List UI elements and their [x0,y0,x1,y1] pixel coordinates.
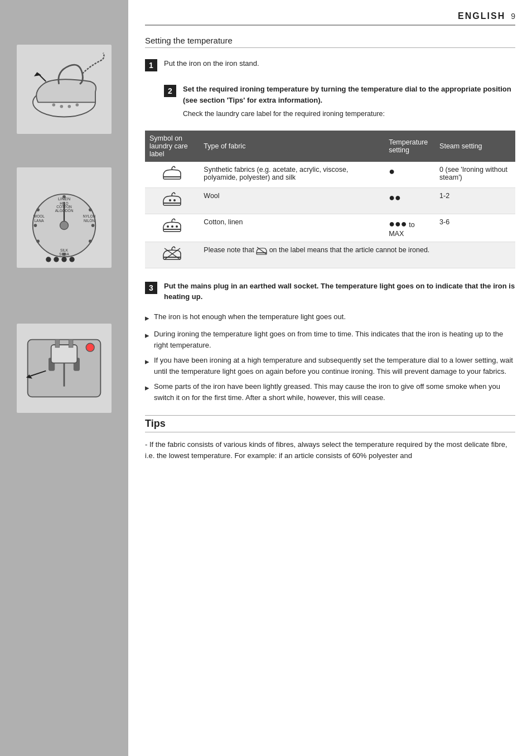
svg-point-18 [62,195,66,199]
svg-point-31 [69,257,74,262]
section-heading: Setting the temperature [145,36,515,48]
svg-point-38 [86,343,94,351]
symbol-cell-3 [145,214,199,242]
svg-point-3 [68,105,71,108]
bullet-item-4: ▸ Some parts of the iron have been light… [145,381,515,403]
tips-heading: Tips [145,418,515,432]
svg-point-19 [89,208,92,211]
step-3-text: Put the mains plug in an earthed wall so… [164,281,515,302]
svg-text:NILÓN: NILÓN [84,218,95,223]
svg-point-20 [91,224,95,227]
svg-point-48 [176,225,178,228]
svg-point-21 [89,239,92,243]
svg-text:NYLON: NYLON [83,214,96,218]
bullet-arrow-1: ▸ [145,312,149,325]
table-row: Please note that on the label means that… [145,242,515,268]
bullet-item-1: ▸ The iron is hot enough when the temper… [145,311,515,325]
bullet-text-4: Some parts of the iron have been lightly… [154,381,515,403]
svg-point-24 [34,224,37,227]
main-content: ENGLISH 9 Setting the temperature 1 Put … [128,0,532,756]
fabric-cell-1: Synthetic fabrics (e.g. acetate, acrylic… [199,162,384,188]
bullet-text-1: The iron is hot enough when the temperat… [154,311,346,322]
step-1-number: 1 [145,59,157,71]
table-header-steam: Steam setting [435,131,515,162]
language-title: ENGLISH [458,11,505,21]
table-row: Cotton, linen ●●● to MAX 3-6 [145,214,515,242]
bullet-item-2: ▸ During ironing the temperature light g… [145,329,515,350]
svg-point-29 [54,257,59,262]
svg-point-4 [76,103,79,107]
step-3: 3 Put the mains plug in an earthed wall … [145,281,515,302]
svg-point-23 [36,239,40,243]
svg-point-44 [173,199,176,201]
bullet-arrow-3: ▸ [145,355,149,368]
steam-cell-3: 3-6 [435,214,515,242]
table-row: Wool ●● 1-2 [145,187,515,214]
page-number: 9 [511,12,515,21]
svg-text:SILK: SILK [60,248,69,252]
steam-cell-2: 1-2 [435,187,515,214]
svg-rect-45 [163,229,181,232]
symbol-cell-4 [145,242,199,268]
step-2-number: 2 [164,85,176,97]
page-header: ENGLISH 9 [145,11,515,26]
svg-point-30 [61,257,66,262]
plug-illustration [17,324,112,413]
svg-rect-36 [55,340,59,348]
svg-text:WOOL: WOOL [33,214,45,218]
fabric-table: Symbol onlaundry care label Type of fabr… [145,131,515,268]
steam-cell-1: 0 (see 'Ironing without steam') [435,162,515,188]
symbol-cell-2 [145,187,199,214]
svg-rect-41 [163,177,181,179]
svg-rect-42 [163,203,181,205]
svg-point-28 [46,257,51,262]
symbol-cell-1 [145,162,199,188]
table-header-symbol: Symbol onlaundry care label [145,131,199,162]
svg-point-46 [167,225,169,228]
temp-cell-3: ●●● to MAX [384,214,435,242]
svg-text:LANA: LANA [34,219,44,223]
svg-point-22 [62,253,66,256]
iron-illustration-1 [17,45,112,134]
bullet-text-3: If you have been ironing at a high tempe… [154,355,515,377]
fabric-cell-2: Wool [199,187,384,214]
bullet-item-3: ▸ If you have been ironing at a high tem… [145,355,515,377]
temp-cell-2: ●● [384,187,435,214]
table-row: Synthetic fabrics (e.g. acetate, acrylic… [145,162,515,188]
svg-point-25 [36,208,40,211]
step-2-sub-text: Check the laundry care label for the req… [183,109,385,119]
fabric-cell-4: Please note that on the label means that… [199,242,515,268]
dial-illustration: LINEN HILO COTTON ALGODÓN NYLON NILÓN WO… [17,167,112,268]
bullet-text-2: During ironing the temperature light goe… [154,329,515,350]
fabric-cell-3: Cotton, linen [199,214,384,242]
table-header-fabric: Type of fabric [199,131,384,162]
bullet-arrow-2: ▸ [145,329,149,342]
tips-text: - If the fabric consists of various kind… [145,439,515,461]
temp-cell-1: ● [384,162,435,188]
bullet-list: ▸ The iron is hot enough when the temper… [145,311,515,403]
svg-point-2 [60,105,64,108]
svg-point-47 [171,225,173,228]
step-2: 2 Set the required ironing temperature b… [164,84,515,125]
svg-point-27 [60,221,69,230]
step-1: 1 Put the iron on the iron stand. [145,58,515,71]
svg-point-43 [169,199,171,201]
step-2-bold-text: Set the required ironing temperature by … [183,84,515,105]
svg-point-1 [52,103,56,107]
step-1-text: Put the iron on the iron stand. [164,58,259,69]
sidebar: LINEN HILO COTTON ALGODÓN NYLON NILÓN WO… [0,0,128,756]
bullet-arrow-4: ▸ [145,382,149,394]
step-3-number: 3 [145,282,157,294]
table-header-temp: Temperaturesetting [384,131,435,162]
svg-rect-37 [69,340,72,348]
